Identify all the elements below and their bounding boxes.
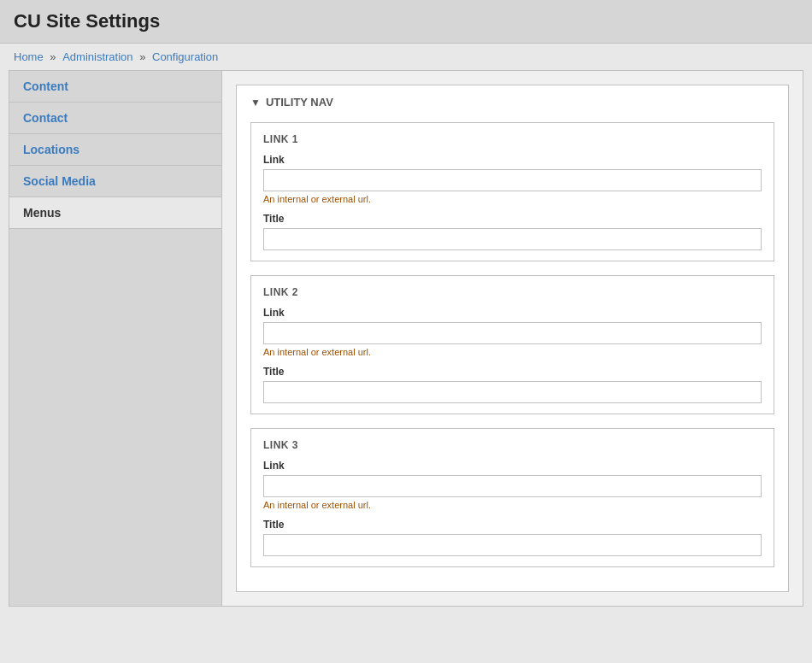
link-3-link-label: Link: [263, 460, 762, 472]
link-block-3: LINK 3 Link An internal or external url.…: [250, 428, 774, 567]
link-1-title-label: Title: [263, 213, 762, 225]
link-2-link-input[interactable]: [263, 322, 762, 344]
sidebar-item-contact[interactable]: Contact: [9, 103, 221, 134]
breadcrumb-configuration[interactable]: Configuration: [152, 50, 218, 63]
content-area: ▼ UTILITY NAV LINK 1 Link An internal or…: [222, 70, 803, 607]
link-2-title-label: Title: [263, 366, 762, 378]
sidebar-item-content[interactable]: Content: [9, 71, 221, 103]
breadcrumb-sep-1: »: [50, 50, 59, 63]
link-1-link-label: Link: [263, 154, 762, 166]
sidebar-item-locations[interactable]: Locations: [9, 134, 221, 166]
link-block-2-title: LINK 2: [263, 286, 762, 298]
link-block-1: LINK 1 Link An internal or external url.…: [250, 122, 774, 261]
page-header: CU Site Settings: [0, 0, 812, 44]
link-3-title-label: Title: [263, 519, 762, 531]
link-2-link-group: Link An internal or external url.: [263, 307, 762, 357]
link-3-link-input[interactable]: [263, 475, 762, 497]
link-1-link-group: Link An internal or external url.: [263, 154, 762, 204]
triangle-icon: ▼: [250, 97, 261, 109]
breadcrumb-home[interactable]: Home: [14, 50, 44, 63]
link-1-title-input[interactable]: [263, 228, 762, 250]
section-title: UTILITY NAV: [266, 96, 333, 109]
sidebar-item-social-media[interactable]: Social Media: [9, 166, 221, 197]
link-3-link-group: Link An internal or external url.: [263, 460, 762, 510]
section-container: ▼ UTILITY NAV LINK 1 Link An internal or…: [236, 85, 789, 592]
link-block-2: LINK 2 Link An internal or external url.…: [250, 275, 774, 414]
link-2-title-input[interactable]: [263, 381, 762, 403]
link-block-1-title: LINK 1: [263, 133, 762, 145]
link-block-3-title: LINK 3: [263, 439, 762, 451]
link-3-title-group: Title: [263, 519, 762, 556]
breadcrumb-administration[interactable]: Administration: [62, 50, 132, 63]
section-header: ▼ UTILITY NAV: [250, 96, 774, 109]
sidebar: Content Contact Locations Social Media M…: [9, 70, 222, 607]
breadcrumb-sep-2: »: [139, 50, 149, 63]
link-2-title-group: Title: [263, 366, 762, 403]
page-title: CU Site Settings: [14, 10, 798, 32]
sidebar-item-menus[interactable]: Menus: [9, 197, 221, 229]
link-3-title-input[interactable]: [263, 534, 762, 556]
link-1-link-input[interactable]: [263, 169, 762, 191]
link-3-link-hint: An internal or external url.: [263, 500, 762, 510]
link-2-link-label: Link: [263, 307, 762, 319]
main-container: Content Contact Locations Social Media M…: [9, 70, 803, 607]
link-1-title-group: Title: [263, 213, 762, 250]
breadcrumb: Home » Administration » Configuration: [0, 44, 812, 70]
link-2-link-hint: An internal or external url.: [263, 347, 762, 357]
link-1-link-hint: An internal or external url.: [263, 194, 762, 204]
